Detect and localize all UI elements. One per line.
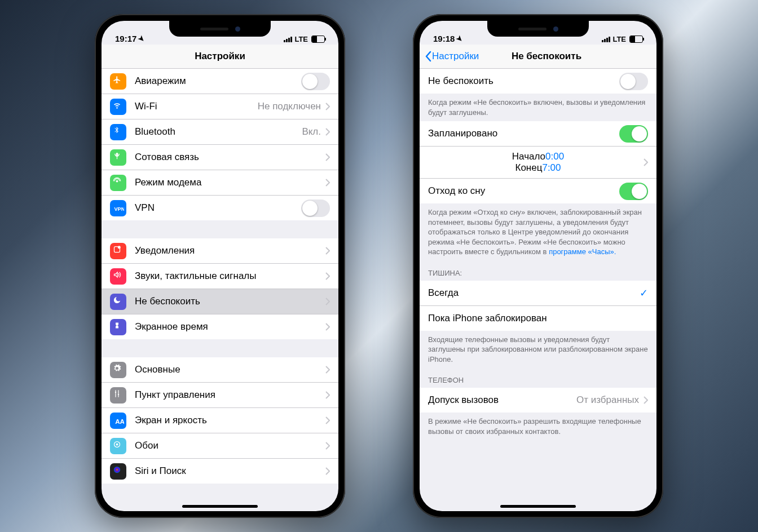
row-label: Запланировано bbox=[428, 128, 619, 139]
home-indicator[interactable] bbox=[182, 505, 258, 508]
toggle-bedtime[interactable] bbox=[619, 183, 648, 200]
svg-point-5 bbox=[117, 394, 119, 396]
row-label: Всегда bbox=[428, 287, 640, 299]
settings-row-siri[interactable]: Siri и Поиск bbox=[102, 459, 338, 484]
screen-right: 19:18➤ LTE Настройки Не беспокоить Не бе… bbox=[420, 21, 656, 511]
sounds-icon bbox=[110, 268, 126, 285]
row-label: Уведомления bbox=[135, 245, 325, 256]
row-label: Bluetooth bbox=[135, 126, 302, 138]
notch bbox=[487, 21, 589, 37]
row-value: Вкл. bbox=[302, 126, 321, 138]
settings-row-notify[interactable]: Уведомления bbox=[102, 238, 338, 264]
settings-row-sounds[interactable]: Звуки, тактильные сигналы bbox=[102, 264, 338, 289]
row-label: Режим модема bbox=[135, 177, 325, 188]
svg-point-4 bbox=[114, 392, 116, 393]
row-dnd-toggle[interactable]: Не беспокоить bbox=[420, 69, 656, 94]
back-button[interactable]: Настройки bbox=[424, 51, 479, 62]
row-label: Экран и яркость bbox=[135, 415, 325, 426]
row-scheduled[interactable]: Запланировано bbox=[420, 121, 656, 147]
wallpaper-icon bbox=[110, 438, 126, 454]
row-label: Wi-Fi bbox=[135, 101, 258, 112]
settings-row-general[interactable]: Основные bbox=[102, 357, 338, 383]
row-silence-locked[interactable]: Пока iPhone заблокирован bbox=[420, 306, 656, 331]
page-title: Настройки bbox=[195, 51, 245, 62]
footer-bedtime: Когда режим «Отход ко сну» включен, забл… bbox=[420, 203, 656, 261]
signal-icon bbox=[602, 37, 610, 42]
svg-point-9 bbox=[113, 467, 120, 473]
settings-row-screentime[interactable]: Экранное время bbox=[102, 314, 338, 339]
svg-point-0 bbox=[116, 180, 118, 183]
svg-point-3 bbox=[117, 246, 120, 249]
back-label: Настройки bbox=[432, 51, 479, 62]
settings-row-control[interactable]: Пункт управления bbox=[102, 383, 338, 408]
row-label: Допуск вызовов bbox=[428, 394, 576, 406]
row-silence-always[interactable]: Всегда ✓ bbox=[420, 281, 656, 306]
airplane-icon bbox=[110, 73, 126, 90]
vpn-icon: VPN bbox=[110, 200, 126, 216]
settings-row-wallpaper[interactable]: Обои bbox=[102, 433, 338, 459]
location-icon: ➤ bbox=[455, 33, 465, 43]
siri-icon bbox=[110, 463, 126, 480]
status-time: 19:17 bbox=[115, 34, 136, 43]
header-phone: Телефон bbox=[420, 368, 656, 388]
settings-list[interactable]: АвиарежимWi-FiНе подключенBluetoothВкл.С… bbox=[102, 69, 338, 511]
header-silence: Тишина: bbox=[420, 261, 656, 281]
settings-row-bluetooth[interactable]: BluetoothВкл. bbox=[102, 119, 338, 145]
svg-text:VPN: VPN bbox=[114, 206, 124, 212]
control-icon bbox=[110, 387, 126, 404]
row-allow-calls[interactable]: Допуск вызовов От избранных bbox=[420, 388, 656, 413]
clock-app-link[interactable]: программе «Часы». bbox=[549, 247, 616, 256]
row-label: Звуки, тактильные сигналы bbox=[135, 271, 325, 282]
settings-row-dnd[interactable]: Не беспокоить bbox=[102, 289, 338, 314]
toggle-scheduled[interactable] bbox=[619, 125, 648, 143]
battery-icon bbox=[629, 36, 643, 43]
signal-icon bbox=[284, 37, 292, 42]
row-label: Авиарежим bbox=[135, 76, 301, 87]
end-label: Конец bbox=[515, 162, 542, 174]
toggle-dnd[interactable] bbox=[619, 73, 648, 90]
end-value: 7:00 bbox=[542, 162, 561, 174]
home-indicator[interactable] bbox=[500, 505, 576, 508]
footer-silence: Входящие телефонные вызовы и уведомления… bbox=[420, 331, 656, 369]
navbar: Настройки Не беспокоить bbox=[420, 45, 656, 69]
checkmark-icon: ✓ bbox=[640, 287, 648, 299]
settings-row-cellular[interactable]: Сотовая связь bbox=[102, 145, 338, 170]
settings-row-airplane[interactable]: Авиарежим bbox=[102, 69, 338, 94]
bluetooth-icon bbox=[110, 124, 126, 140]
toggle-vpn[interactable] bbox=[301, 200, 330, 217]
general-icon bbox=[110, 362, 126, 378]
row-label: Siri и Поиск bbox=[135, 466, 325, 477]
row-label: Пункт управления bbox=[135, 389, 325, 401]
location-icon: ➤ bbox=[137, 33, 147, 43]
wifi-icon bbox=[110, 99, 126, 115]
navbar: Настройки bbox=[102, 45, 338, 69]
row-label: Основные bbox=[135, 364, 325, 375]
settings-row-display[interactable]: AAЭкран и яркость bbox=[102, 408, 338, 433]
cellular-icon bbox=[110, 149, 126, 166]
display-icon: AA bbox=[110, 413, 126, 429]
status-time: 19:18 bbox=[433, 34, 455, 43]
toggle-airplane[interactable] bbox=[301, 73, 330, 90]
dnd-content[interactable]: Не беспокоить Когда режим «Не беспокоить… bbox=[420, 69, 656, 511]
row-label: Отход ко сну bbox=[428, 185, 619, 197]
network-label: LTE bbox=[612, 35, 626, 43]
phone-left: 19:17➤ LTE Настройки АвиарежимWi-FiНе по… bbox=[95, 14, 345, 518]
row-schedule-times[interactable]: Начало0:00 Конец7:00 bbox=[420, 147, 656, 179]
row-label: Не беспокоить bbox=[135, 296, 325, 307]
start-label: Начало bbox=[512, 151, 545, 162]
row-label: Не беспокоить bbox=[428, 76, 619, 87]
row-label: Экранное время bbox=[135, 321, 325, 333]
screentime-icon bbox=[110, 319, 126, 335]
row-label: Обои bbox=[135, 440, 325, 451]
network-label: LTE bbox=[294, 35, 308, 43]
phone-right: 19:18➤ LTE Настройки Не беспокоить Не бе… bbox=[413, 14, 663, 518]
settings-row-vpn[interactable]: VPNVPN bbox=[102, 196, 338, 220]
notify-icon bbox=[110, 243, 126, 259]
footer-dnd: Когда режим «Не беспокоить» включен, выз… bbox=[420, 94, 656, 121]
row-bedtime[interactable]: Отход ко сну bbox=[420, 179, 656, 203]
footer-allow: В режиме «Не беспокоить» разрешить входя… bbox=[420, 413, 656, 440]
settings-row-wifi[interactable]: Wi-FiНе подключен bbox=[102, 94, 338, 119]
settings-row-hotspot[interactable]: Режим модема bbox=[102, 170, 338, 196]
dnd-icon bbox=[110, 294, 126, 310]
screen-left: 19:17➤ LTE Настройки АвиарежимWi-FiНе по… bbox=[102, 21, 338, 511]
